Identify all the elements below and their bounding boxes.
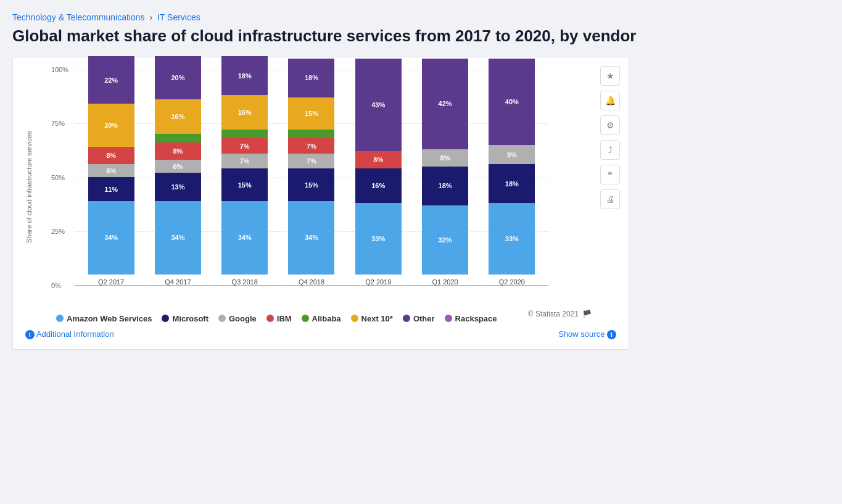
bar-segment: 16% [355,168,402,203]
bar-group: 34%13%6%8%16%20%Q4 2017 [150,56,205,286]
print-button[interactable]: 🖨 [600,189,620,209]
bar-segment: 6% [88,164,134,177]
legend-item: Amazon Web Services [56,314,152,323]
bar-segment: 34% [88,201,134,275]
bar-segment: 16% [221,95,268,130]
legend-dot [162,315,169,322]
x-axis-label: Q3 2018 [232,278,258,286]
y-axis-label: Share of cloud infrastructure services [25,70,44,304]
bar-group: 34%11%6%8%20%22%Q2 2017 [83,56,139,286]
bar-segment: 8% [155,143,201,160]
bar-stack[interactable]: 32%18%8%42% [422,59,468,275]
additional-info[interactable]: i Additional Information [25,329,114,339]
legend-item: Google [218,314,257,323]
bar-stack[interactable]: 34%15%7%7%15%18% [288,59,334,275]
bar-segment: 8% [422,149,468,167]
breadcrumb-category[interactable]: Technology & Telecommunications [12,12,145,22]
legend-label: Microsoft [172,314,208,323]
show-source[interactable]: Show source i [558,329,616,339]
legend-dot [302,315,309,322]
legend-item: Other [403,314,435,323]
legend-item: IBM [266,314,292,323]
legend-dot [403,315,410,322]
legend-dot [56,315,64,322]
chart-card: ★ 🔔 ⚙ ⤴ ❝ 🖨 Share of cloud infrastructur… [12,57,629,350]
bar-segment: 18% [221,56,268,95]
info-icon: i [25,330,35,339]
bar-segment: 7% [221,154,268,169]
bar-stack[interactable]: 34%13%6%8%16%20% [155,56,201,275]
bar-segment: 33% [355,203,402,275]
x-axis-label: Q1 2020 [432,278,458,286]
legend-item: Alibaba [302,314,341,323]
bar-stack[interactable]: 34%15%7%7%16%18% [221,56,268,275]
bar-segment: 34% [288,201,334,275]
legend-dot [351,315,358,322]
bar-segment: 18% [422,167,468,205]
legend-dot [218,315,226,322]
bell-button[interactable]: 🔔 [600,91,620,110]
legend-item: Rackspace [445,314,497,323]
bar-segment: 7% [221,138,268,154]
bar-group: 33%16%8%43%Q2 2019 [350,59,406,286]
legend-label: Rackspace [455,314,497,323]
bar-segment [288,130,334,138]
legend-label: IBM [277,314,292,323]
legend-item: Next 10* [351,314,393,323]
legend-item: Microsoft [162,314,208,323]
breadcrumb: Technology & Telecommunications › IT Ser… [12,12,830,22]
bar-segment: 16% [155,99,201,134]
page-title: Global market share of cloud infrastruct… [12,26,830,47]
bar-segment: 7% [288,138,334,154]
bar-segment: 20% [88,104,134,147]
legend-dot [266,315,274,322]
bar-segment: 43% [355,59,402,152]
bar-segment: 15% [221,168,268,201]
bar-stack[interactable]: 33%16%8%43% [355,59,402,275]
legend-label: Next 10* [361,314,393,323]
statista-credit: © Statista 2021 🏴 [528,310,592,318]
bar-group: 34%15%7%7%16%18%Q3 2018 [217,56,273,286]
bar-segment: 20% [155,56,201,99]
bar-segment: 22% [88,56,134,104]
x-axis-label: Q2 2020 [499,278,525,286]
bar-stack[interactable]: 34%11%6%8%20%22% [88,56,134,275]
bar-segment: 7% [288,154,334,169]
bar-segment: 8% [355,151,402,168]
bar-group: 34%15%7%7%15%18%Q4 2018 [284,59,339,286]
breadcrumb-separator: › [149,12,152,22]
legend-label: Other [413,314,435,323]
bar-segment: 34% [221,201,268,275]
bar-segment: 18% [288,59,334,97]
bar-segment: 32% [422,205,468,275]
bar-segment: 18% [489,164,535,203]
card-actions: ★ 🔔 ⚙ ⤴ ❝ 🖨 [600,66,620,209]
x-axis-label: Q4 2018 [299,278,324,286]
share-button[interactable]: ⤴ [600,140,620,160]
gear-button[interactable]: ⚙ [600,115,620,135]
bar-segment: 8% [88,147,134,164]
legend-label: Amazon Web Services [67,314,152,323]
source-info-icon: i [607,330,616,339]
star-button[interactable]: ★ [600,66,620,86]
x-axis-label: Q2 2017 [98,278,124,286]
x-axis-label: Q2 2019 [365,278,391,286]
breadcrumb-subcategory[interactable]: IT Services [157,12,200,22]
bar-stack[interactable]: 33%18%9%40% [489,59,535,275]
legend-label: Alibaba [312,314,341,323]
bar-segment [155,134,201,143]
bar-segment: 42% [422,59,468,149]
bar-segment: 6% [155,160,201,173]
legend-label: Google [229,314,257,323]
bar-segment: 13% [155,173,201,201]
bar-segment: 15% [288,97,334,130]
bar-segment [221,130,268,138]
x-axis-label: Q4 2017 [165,278,191,286]
bar-segment: 11% [88,177,134,201]
bar-segment: 34% [155,201,201,275]
legend-dot [445,315,452,322]
bar-segment: 40% [489,59,535,145]
quote-button[interactable]: ❝ [600,165,620,184]
bar-group: 32%18%8%42%Q1 2020 [418,59,473,286]
bar-segment: 15% [288,168,334,201]
